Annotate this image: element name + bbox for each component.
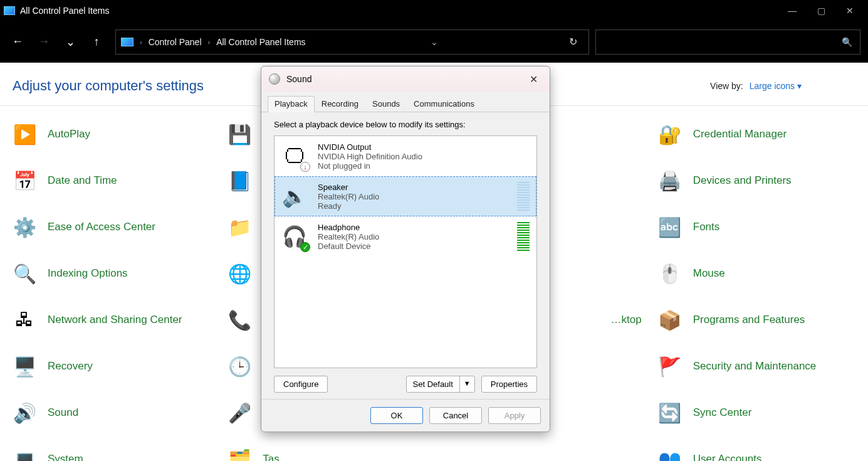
breadcrumb-item[interactable]: Control Panel bbox=[149, 37, 202, 47]
device-status: Ready bbox=[318, 201, 508, 211]
item-taskbar[interactable]: 🗂️ Tas… bbox=[219, 442, 434, 461]
headphone-icon: 🎧 ✓ bbox=[280, 222, 309, 251]
item-label: Ease of Access Center bbox=[48, 220, 155, 234]
taskbar-icon: 🗂️ bbox=[226, 446, 253, 461]
search-box[interactable]: 🔍 bbox=[595, 29, 860, 55]
item-label: Credential Manager bbox=[693, 127, 787, 141]
item-mouse[interactable]: 🖱️ Mouse bbox=[649, 257, 864, 290]
cancel-button[interactable]: Cancel bbox=[429, 407, 482, 424]
window-titlebar: All Control Panel Items — ▢ ✕ bbox=[0, 0, 868, 21]
mic-icon: 🎤 bbox=[226, 400, 253, 426]
dialog-footer: OK Cancel Apply bbox=[261, 399, 550, 432]
tab-recording[interactable]: Recording bbox=[315, 96, 365, 112]
item-label: Tas… bbox=[263, 452, 290, 461]
recovery-icon: 🖥️ bbox=[11, 353, 38, 379]
tab-sounds[interactable]: Sounds bbox=[365, 96, 407, 112]
nav-up-button[interactable]: ↑ bbox=[86, 32, 107, 52]
nav-back-button[interactable]: ← bbox=[8, 32, 28, 52]
item-programs-features[interactable]: 📦 Programs and Features bbox=[649, 303, 864, 337]
network-icon: 🖧 bbox=[11, 307, 38, 333]
device-status: Default Device bbox=[318, 241, 508, 251]
dialog-titlebar: Sound ✕ bbox=[261, 66, 550, 92]
flag-icon: 🚩 bbox=[657, 353, 683, 379]
item-label: Programs and Features bbox=[693, 313, 805, 327]
region-icon: 🕒 bbox=[226, 353, 253, 379]
users-icon: 👥 bbox=[657, 446, 683, 461]
item-label: Recovery bbox=[48, 359, 93, 373]
autoplay-icon: ▶️ bbox=[11, 121, 38, 147]
item-ease-of-access[interactable]: ⚙️ Ease of Access Center bbox=[4, 210, 219, 244]
set-default-button[interactable]: Set Default ▼ bbox=[406, 376, 475, 393]
item-fonts[interactable]: 🔤 Fonts bbox=[649, 210, 864, 244]
device-list[interactable]: 🖵 ↓ NVIDIA Output NVIDIA High Definition… bbox=[274, 135, 537, 368]
item-indexing[interactable]: 🔍 Indexing Options bbox=[4, 257, 219, 290]
device-name: NVIDIA Output bbox=[318, 142, 531, 152]
item-devices-printers[interactable]: 🖨️ Devices and Printers bbox=[649, 164, 864, 198]
level-meter bbox=[517, 182, 530, 211]
address-dropdown-icon[interactable]: ⌄ bbox=[431, 37, 438, 47]
dialog-close-button[interactable]: ✕ bbox=[525, 73, 542, 85]
apply-button[interactable]: Apply bbox=[488, 407, 541, 424]
chevron-down-icon: ▾ bbox=[797, 81, 802, 91]
configure-button[interactable]: Configure bbox=[274, 376, 328, 393]
item-recovery[interactable]: 🖥️ Recovery bbox=[4, 349, 219, 383]
nav-forward-button[interactable]: → bbox=[34, 32, 54, 52]
device-nvidia-output[interactable]: 🖵 ↓ NVIDIA Output NVIDIA High Definition… bbox=[275, 136, 536, 176]
programs-icon: 📦 bbox=[657, 307, 683, 333]
ok-button[interactable]: OK bbox=[370, 407, 423, 424]
device-headphone[interactable]: 🎧 ✓ Headphone Realtek(R) Audio Default D… bbox=[275, 216, 536, 257]
item-user-accounts[interactable]: 👥 User Accounts bbox=[649, 442, 864, 461]
item-security-maintenance[interactable]: 🚩 Security and Maintenance bbox=[649, 349, 864, 383]
window-close-button[interactable]: ✕ bbox=[835, 0, 864, 21]
device-subtitle: Realtek(R) Audio bbox=[318, 192, 508, 201]
item-credential-manager[interactable]: 🔐 Credential Manager bbox=[649, 117, 864, 151]
view-by-value: Large icons bbox=[750, 81, 795, 91]
item-label: …ktop bbox=[611, 313, 642, 327]
breadcrumb-item[interactable]: All Control Panel Items bbox=[216, 37, 305, 47]
chevron-down-icon[interactable]: ▼ bbox=[460, 376, 474, 392]
item-network-sharing[interactable]: 🖧 Network and Sharing Center bbox=[4, 303, 219, 337]
tab-playback[interactable]: Playback bbox=[268, 96, 315, 112]
folder-icon: 📁 bbox=[226, 214, 253, 240]
mouse-icon: 🖱️ bbox=[657, 260, 683, 287]
item-hidden bbox=[434, 442, 649, 461]
properties-button[interactable]: Properties bbox=[481, 376, 537, 393]
system-icon: 💻 bbox=[11, 446, 38, 461]
refresh-button[interactable]: ↻ bbox=[563, 36, 583, 48]
item-label: Mouse bbox=[693, 267, 725, 280]
datetime-icon: 📅 bbox=[11, 167, 38, 194]
item-system[interactable]: 💻 System bbox=[4, 442, 219, 461]
item-sound[interactable]: 🔊 Sound bbox=[4, 396, 219, 430]
address-box[interactable]: › Control Panel › All Control Panel Item… bbox=[115, 29, 589, 55]
breadcrumb-sep: › bbox=[140, 38, 142, 46]
window-title: All Control Panel Items bbox=[20, 6, 109, 16]
tab-communications[interactable]: Communications bbox=[407, 96, 481, 112]
item-label: Sync Center bbox=[693, 406, 752, 420]
device-subtitle: NVIDIA High Definition Audio bbox=[318, 152, 531, 161]
window-maximize-button[interactable]: ▢ bbox=[807, 0, 835, 21]
item-label: User Accounts bbox=[693, 452, 762, 461]
search-icon: 🔍 bbox=[842, 37, 852, 47]
set-default-label: Set Default bbox=[407, 376, 460, 392]
instruction-text: Select a playback device below to modify… bbox=[274, 120, 537, 129]
item-date-time[interactable]: 📅 Date and Time bbox=[4, 164, 219, 198]
speaker-icon: 🔈 bbox=[280, 182, 309, 211]
breadcrumb-sep: › bbox=[208, 38, 211, 46]
window-minimize-button[interactable]: — bbox=[778, 0, 807, 21]
phone-icon: 📞 bbox=[226, 307, 253, 333]
address-bar: ← → ⌄ ↑ › Control Panel › All Control Pa… bbox=[0, 21, 868, 63]
view-by-dropdown[interactable]: Large icons ▾ bbox=[750, 81, 802, 91]
tab-body: Select a playback device below to modify… bbox=[261, 112, 550, 399]
item-autoplay[interactable]: ▶️ AutoPlay bbox=[4, 117, 219, 151]
device-subtitle: Realtek(R) Audio bbox=[318, 232, 508, 241]
item-sync-center[interactable]: 🔄 Sync Center bbox=[649, 396, 864, 430]
indexing-icon: 🔍 bbox=[11, 260, 38, 287]
nav-recent-button[interactable]: ⌄ bbox=[60, 32, 80, 52]
device-status: Not plugged in bbox=[318, 161, 531, 171]
item-label: Date and Time bbox=[48, 174, 117, 188]
item-label: AutoPlay bbox=[48, 127, 90, 141]
printer-icon: 🖨️ bbox=[657, 167, 683, 194]
device-speaker[interactable]: 🔈 Speaker Realtek(R) Audio Ready bbox=[275, 176, 536, 216]
accessibility-icon: ⚙️ bbox=[11, 214, 38, 240]
backup-icon: 💾 bbox=[226, 121, 253, 147]
